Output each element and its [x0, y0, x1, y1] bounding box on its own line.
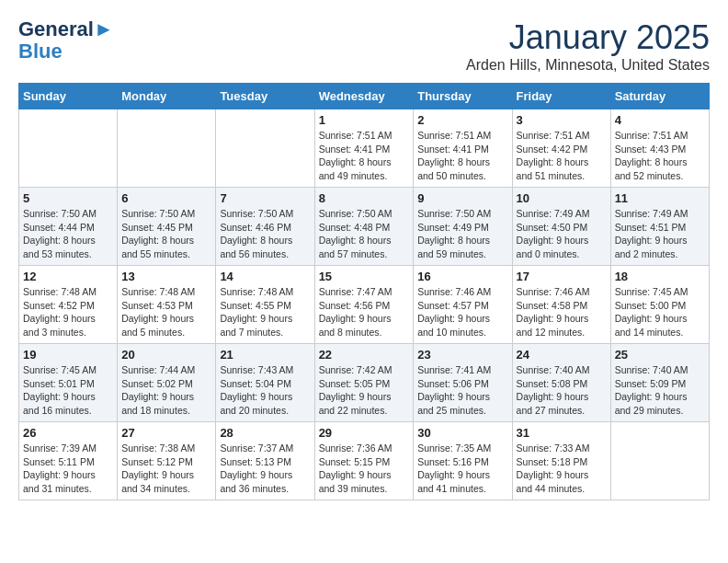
day-number: 4 [615, 113, 705, 127]
day-cell: 25Sunrise: 7:40 AM Sunset: 5:09 PM Dayli… [610, 344, 709, 422]
day-info: Sunrise: 7:47 AM Sunset: 4:56 PM Dayligh… [319, 285, 410, 339]
day-cell: 21Sunrise: 7:43 AM Sunset: 5:04 PM Dayli… [216, 344, 314, 422]
day-number: 18 [615, 270, 705, 283]
day-number: 27 [121, 426, 211, 440]
day-cell: 10Sunrise: 7:49 AM Sunset: 4:50 PM Dayli… [512, 188, 610, 266]
day-cell: 29Sunrise: 7:36 AM Sunset: 5:15 PM Dayli… [314, 422, 414, 500]
day-info: Sunrise: 7:45 AM Sunset: 5:01 PM Dayligh… [23, 363, 113, 418]
day-number: 16 [417, 270, 507, 283]
day-cell: 1Sunrise: 7:51 AM Sunset: 4:41 PM Daylig… [314, 109, 414, 188]
day-cell: 19Sunrise: 7:45 AM Sunset: 5:01 PM Dayli… [19, 344, 118, 422]
week-row-4: 19Sunrise: 7:45 AM Sunset: 5:01 PM Dayli… [19, 344, 710, 422]
day-info: Sunrise: 7:40 AM Sunset: 5:08 PM Dayligh… [517, 363, 607, 418]
day-info: Sunrise: 7:39 AM Sunset: 5:11 PM Dayligh… [23, 442, 113, 496]
day-info: Sunrise: 7:51 AM Sunset: 4:41 PM Dayligh… [417, 129, 507, 183]
day-number: 19 [23, 348, 113, 362]
day-info: Sunrise: 7:50 AM Sunset: 4:46 PM Dayligh… [220, 207, 310, 261]
day-info: Sunrise: 7:50 AM Sunset: 4:45 PM Dayligh… [121, 207, 211, 261]
day-info: Sunrise: 7:48 AM Sunset: 4:53 PM Dayligh… [121, 285, 211, 339]
logo-text: General► [18, 18, 114, 40]
logo-blue: ► [94, 17, 114, 40]
day-number: 17 [517, 270, 607, 283]
day-cell [118, 109, 216, 188]
day-number: 15 [319, 270, 410, 283]
day-number: 31 [517, 426, 607, 440]
day-info: Sunrise: 7:51 AM Sunset: 4:41 PM Dayligh… [319, 129, 410, 183]
day-cell: 6Sunrise: 7:50 AM Sunset: 4:45 PM Daylig… [118, 188, 216, 266]
day-info: Sunrise: 7:46 AM Sunset: 4:57 PM Dayligh… [417, 285, 507, 339]
column-header-tuesday: Tuesday [216, 84, 314, 109]
day-number: 23 [417, 348, 507, 362]
day-info: Sunrise: 7:50 AM Sunset: 4:48 PM Dayligh… [319, 207, 410, 261]
day-number: 6 [121, 191, 211, 205]
day-cell [216, 109, 314, 188]
day-cell: 13Sunrise: 7:48 AM Sunset: 4:53 PM Dayli… [118, 266, 216, 344]
day-cell: 12Sunrise: 7:48 AM Sunset: 4:52 PM Dayli… [19, 266, 118, 344]
day-number: 3 [517, 113, 607, 127]
day-cell: 27Sunrise: 7:38 AM Sunset: 5:12 PM Dayli… [118, 422, 216, 500]
day-cell: 26Sunrise: 7:39 AM Sunset: 5:11 PM Dayli… [19, 422, 118, 500]
day-cell: 9Sunrise: 7:50 AM Sunset: 4:49 PM Daylig… [414, 188, 512, 266]
day-cell: 24Sunrise: 7:40 AM Sunset: 5:08 PM Dayli… [512, 344, 610, 422]
day-info: Sunrise: 7:50 AM Sunset: 4:44 PM Dayligh… [23, 207, 113, 261]
day-cell: 16Sunrise: 7:46 AM Sunset: 4:57 PM Dayli… [414, 266, 512, 344]
day-cell: 7Sunrise: 7:50 AM Sunset: 4:46 PM Daylig… [216, 188, 314, 266]
day-number: 8 [319, 191, 410, 205]
day-cell: 15Sunrise: 7:47 AM Sunset: 4:56 PM Dayli… [314, 266, 414, 344]
day-info: Sunrise: 7:33 AM Sunset: 5:18 PM Dayligh… [517, 442, 607, 496]
day-info: Sunrise: 7:40 AM Sunset: 5:09 PM Dayligh… [615, 363, 705, 418]
day-info: Sunrise: 7:35 AM Sunset: 5:16 PM Dayligh… [417, 442, 507, 496]
day-cell: 23Sunrise: 7:41 AM Sunset: 5:06 PM Dayli… [414, 344, 512, 422]
day-info: Sunrise: 7:44 AM Sunset: 5:02 PM Dayligh… [121, 363, 211, 418]
page-header: General► Blue January 2025 Arden Hills, … [18, 18, 710, 74]
day-number: 21 [220, 348, 310, 362]
day-number: 5 [23, 191, 113, 205]
week-row-3: 12Sunrise: 7:48 AM Sunset: 4:52 PM Dayli… [19, 266, 710, 344]
day-info: Sunrise: 7:37 AM Sunset: 5:13 PM Dayligh… [220, 442, 310, 496]
day-info: Sunrise: 7:49 AM Sunset: 4:51 PM Dayligh… [615, 207, 705, 261]
day-number: 14 [220, 270, 310, 283]
day-cell: 5Sunrise: 7:50 AM Sunset: 4:44 PM Daylig… [19, 188, 118, 266]
day-cell: 17Sunrise: 7:46 AM Sunset: 4:58 PM Dayli… [512, 266, 610, 344]
day-cell: 11Sunrise: 7:49 AM Sunset: 4:51 PM Dayli… [610, 188, 709, 266]
day-cell: 20Sunrise: 7:44 AM Sunset: 5:02 PM Dayli… [118, 344, 216, 422]
day-info: Sunrise: 7:51 AM Sunset: 4:42 PM Dayligh… [517, 129, 607, 183]
week-row-2: 5Sunrise: 7:50 AM Sunset: 4:44 PM Daylig… [19, 188, 710, 266]
day-number: 10 [517, 191, 607, 205]
day-cell [19, 109, 118, 188]
day-number: 2 [417, 113, 507, 127]
day-cell: 3Sunrise: 7:51 AM Sunset: 4:42 PM Daylig… [512, 109, 610, 188]
day-cell: 31Sunrise: 7:33 AM Sunset: 5:18 PM Dayli… [512, 422, 610, 500]
title-block: January 2025 Arden Hills, Minnesota, Uni… [466, 18, 710, 74]
logo-blue-text: Blue [18, 40, 114, 63]
column-header-friday: Friday [512, 84, 610, 109]
day-cell: 8Sunrise: 7:50 AM Sunset: 4:48 PM Daylig… [314, 188, 414, 266]
column-header-monday: Monday [118, 84, 216, 109]
day-cell: 14Sunrise: 7:48 AM Sunset: 4:55 PM Dayli… [216, 266, 314, 344]
day-info: Sunrise: 7:48 AM Sunset: 4:55 PM Dayligh… [220, 285, 310, 339]
day-number: 29 [319, 426, 410, 440]
day-info: Sunrise: 7:51 AM Sunset: 4:43 PM Dayligh… [615, 129, 705, 183]
calendar-table: SundayMondayTuesdayWednesdayThursdayFrid… [18, 83, 710, 500]
day-info: Sunrise: 7:41 AM Sunset: 5:06 PM Dayligh… [417, 363, 507, 418]
day-number: 13 [121, 270, 211, 283]
day-cell [610, 422, 709, 500]
day-number: 30 [417, 426, 507, 440]
day-info: Sunrise: 7:46 AM Sunset: 4:58 PM Dayligh… [517, 285, 607, 339]
week-row-5: 26Sunrise: 7:39 AM Sunset: 5:11 PM Dayli… [19, 422, 710, 500]
day-number: 1 [319, 113, 410, 127]
location: Arden Hills, Minnesota, United States [466, 57, 710, 74]
day-number: 26 [23, 426, 113, 440]
logo: General► Blue [18, 18, 114, 63]
day-number: 7 [220, 191, 310, 205]
day-cell: 2Sunrise: 7:51 AM Sunset: 4:41 PM Daylig… [414, 109, 512, 188]
day-number: 20 [121, 348, 211, 362]
day-number: 25 [615, 348, 705, 362]
day-info: Sunrise: 7:42 AM Sunset: 5:05 PM Dayligh… [319, 363, 410, 418]
column-header-saturday: Saturday [610, 84, 709, 109]
day-number: 11 [615, 191, 705, 205]
week-row-1: 1Sunrise: 7:51 AM Sunset: 4:41 PM Daylig… [19, 109, 710, 188]
month-title: January 2025 [466, 18, 710, 57]
column-header-wednesday: Wednesday [314, 84, 414, 109]
day-cell: 18Sunrise: 7:45 AM Sunset: 5:00 PM Dayli… [610, 266, 709, 344]
